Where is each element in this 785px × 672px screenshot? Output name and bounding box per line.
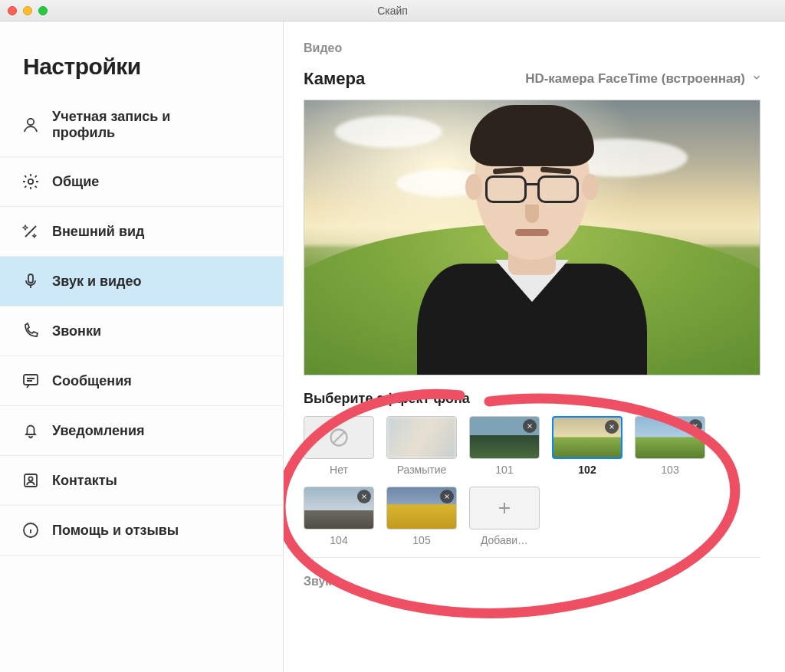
sidebar-item-calls[interactable]: Звонки bbox=[0, 306, 283, 356]
sidebar-item-appearance[interactable]: Внешний вид bbox=[0, 207, 283, 257]
sidebar-item-label: Уведомления bbox=[52, 423, 145, 439]
bg-thumb-104 bbox=[304, 487, 374, 529]
bell-icon bbox=[21, 421, 40, 440]
plus-icon bbox=[495, 499, 514, 517]
camera-select[interactable]: HD-камера FaceTime (встроенная) bbox=[525, 71, 762, 87]
info-icon bbox=[21, 521, 40, 539]
settings-sidebar: Настройки Учетная запись и профиль Общие… bbox=[0, 21, 284, 672]
sidebar-item-audio-video[interactable]: Звук и видео bbox=[0, 257, 283, 306]
titlebar: Скайп bbox=[0, 0, 785, 21]
sound-section-label: Звук bbox=[304, 575, 762, 588]
sidebar-item-label: Звонки bbox=[52, 323, 101, 339]
sidebar-item-label: Звук и видео bbox=[52, 274, 142, 290]
svg-point-0 bbox=[28, 119, 34, 125]
workspace: Настройки Учетная запись и профиль Общие… bbox=[0, 21, 785, 672]
svg-rect-3 bbox=[24, 375, 38, 385]
svg-rect-2 bbox=[28, 274, 33, 283]
video-section-label: Видео bbox=[304, 41, 762, 55]
sidebar-item-label: Помощь и отзывы bbox=[52, 523, 179, 539]
sidebar-item-label: Внешний вид bbox=[52, 224, 144, 240]
bg-option-label: Размытие bbox=[397, 464, 447, 476]
bg-option-label: 103 bbox=[661, 464, 678, 476]
bg-option-add[interactable]: Добави… bbox=[469, 487, 540, 546]
background-effect-heading: Выберите эффект фона bbox=[304, 391, 762, 407]
person-icon bbox=[21, 116, 40, 134]
wand-icon bbox=[21, 222, 40, 241]
bg-option-blur[interactable]: Размытие bbox=[386, 416, 457, 476]
sidebar-item-label: Общие bbox=[52, 174, 99, 190]
background-effect-options: Нет Размытие 101 102 bbox=[304, 416, 760, 558]
contacts-icon bbox=[21, 471, 40, 490]
sidebar-item-label: Учетная запись и профиль bbox=[52, 109, 236, 141]
sidebar-item-label: Контакты bbox=[52, 473, 117, 489]
bg-option-101[interactable]: 101 bbox=[469, 416, 540, 476]
bg-thumb-none bbox=[304, 416, 374, 459]
mic-icon bbox=[21, 272, 40, 290]
camera-heading: Камера bbox=[304, 69, 365, 89]
camera-selected-value: HD-камера FaceTime (встроенная) bbox=[525, 71, 745, 87]
bg-option-104[interactable]: 104 bbox=[304, 487, 374, 546]
prohibit-icon bbox=[328, 427, 350, 448]
sidebar-item-account-profile[interactable]: Учетная запись и профиль bbox=[0, 93, 283, 157]
sidebar-item-contacts[interactable]: Контакты bbox=[0, 456, 283, 506]
phone-icon bbox=[21, 322, 40, 340]
bg-option-label: 102 bbox=[578, 464, 596, 476]
bg-option-label: Добави… bbox=[481, 534, 528, 546]
bg-option-label: 101 bbox=[495, 464, 513, 476]
svg-point-1 bbox=[28, 179, 33, 184]
bg-option-none[interactable]: Нет bbox=[304, 416, 374, 476]
chevron-down-icon bbox=[751, 71, 762, 87]
bg-option-label: 105 bbox=[412, 534, 430, 546]
bg-option-103[interactable]: 103 bbox=[635, 416, 705, 476]
remove-bg-button[interactable] bbox=[688, 419, 702, 433]
bg-thumb-103 bbox=[635, 416, 705, 459]
camera-preview bbox=[304, 100, 760, 375]
bg-option-label: Нет bbox=[330, 464, 348, 476]
settings-title: Настройки bbox=[0, 21, 283, 93]
sidebar-item-label: Сообщения bbox=[52, 373, 132, 389]
remove-bg-button[interactable] bbox=[440, 490, 454, 503]
bg-thumb-102 bbox=[552, 416, 622, 459]
window-title: Скайп bbox=[0, 5, 785, 17]
remove-bg-button[interactable] bbox=[605, 420, 619, 434]
sidebar-item-messages[interactable]: Сообщения bbox=[0, 356, 283, 406]
sidebar-item-help-feedback[interactable]: Помощь и отзывы bbox=[0, 506, 283, 556]
remove-bg-button[interactable] bbox=[523, 419, 537, 433]
chat-icon bbox=[21, 372, 40, 390]
sidebar-item-notifications[interactable]: Уведомления bbox=[0, 406, 283, 456]
bg-option-105[interactable]: 105 bbox=[386, 487, 457, 546]
svg-point-5 bbox=[28, 477, 32, 480]
bg-option-102[interactable]: 102 bbox=[552, 416, 622, 476]
bg-thumb-101 bbox=[469, 416, 540, 459]
gear-icon bbox=[21, 172, 40, 191]
sidebar-item-general[interactable]: Общие bbox=[0, 157, 283, 207]
settings-panel-audio-video: Видео Камера HD-камера FaceTime (встроен… bbox=[284, 21, 785, 672]
bg-thumb-105 bbox=[386, 487, 457, 529]
bg-thumb-blur bbox=[386, 416, 457, 459]
bg-thumb-add bbox=[469, 487, 540, 529]
remove-bg-button[interactable] bbox=[357, 490, 371, 503]
preview-person bbox=[417, 122, 647, 375]
bg-option-label: 104 bbox=[330, 534, 347, 546]
